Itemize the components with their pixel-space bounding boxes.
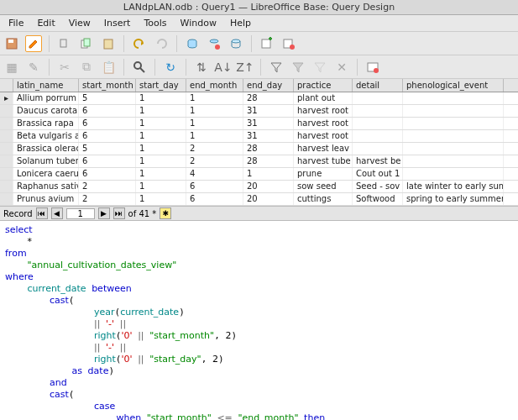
cell-start-day[interactable]: 1 (136, 118, 186, 129)
cell-practice[interactable]: cuttings (294, 193, 353, 205)
cell-start-day[interactable]: 1 (136, 143, 186, 155)
col-start-day[interactable]: start_day (136, 79, 186, 92)
edit-record-icon[interactable]: ✎ (25, 59, 42, 76)
row-header-corner[interactable] (0, 79, 13, 92)
table-row[interactable]: Solanum tuber61228harvest tubeharvest be (0, 155, 518, 168)
cell-practice[interactable]: harvest root (294, 105, 353, 117)
menu-window[interactable]: Window (174, 16, 223, 30)
cell-start-day[interactable]: 1 (136, 130, 186, 142)
cell-start-day[interactable]: 1 (136, 168, 186, 180)
cell-practice[interactable]: prune (294, 168, 353, 180)
table-row[interactable]: Lonicera caerul6141pruneCout out 1 (0, 168, 518, 181)
cell-end-month[interactable]: 1 (186, 105, 243, 117)
cell-end-day[interactable]: 28 (243, 155, 294, 167)
cell-start-month[interactable]: 6 (79, 155, 136, 167)
sql-editor[interactable]: select * from "annual_cultivation_dates_… (0, 221, 518, 420)
apply-filter-icon[interactable] (311, 59, 328, 76)
cell-start-day[interactable]: 1 (136, 181, 186, 192)
cell-latin[interactable]: Allium porrum (13, 92, 79, 104)
cell-end-month[interactable]: 4 (186, 168, 243, 180)
cell-start-day[interactable]: 1 (136, 105, 186, 117)
cell-end-month[interactable]: 1 (186, 92, 243, 104)
cell-practice[interactable]: harvest leav (294, 143, 353, 155)
undo-icon[interactable] (131, 35, 148, 52)
cell-start-month[interactable]: 6 (79, 168, 136, 180)
save-icon[interactable] (3, 35, 20, 52)
cell-end-day[interactable]: 28 (243, 92, 294, 104)
cell-start-month[interactable]: 6 (79, 130, 136, 142)
cell-practice[interactable]: sow seed (294, 181, 353, 192)
redo-icon[interactable] (153, 35, 170, 52)
cell-phenological[interactable] (403, 143, 504, 155)
cell-end-month[interactable]: 1 (186, 130, 243, 142)
nav-next-icon[interactable]: ▶ (98, 207, 110, 219)
col-end-month[interactable]: end_month (186, 79, 243, 92)
cell-practice[interactable]: harvest root (294, 130, 353, 142)
cell-end-day[interactable]: 31 (243, 130, 294, 142)
cell-practice[interactable]: plant out (294, 92, 353, 104)
cell-practice[interactable]: harvest tube (294, 155, 353, 167)
nav-first-icon[interactable]: ⏮ (36, 207, 48, 219)
cell-start-day[interactable]: 1 (136, 155, 186, 167)
col-end-day[interactable]: end_day (243, 79, 294, 92)
cell-end-month[interactable]: 2 (186, 143, 243, 155)
cell-phenological[interactable] (403, 118, 504, 129)
cell-latin[interactable]: Lonicera caerul (13, 168, 79, 180)
cell-start-month[interactable]: 5 (79, 92, 136, 104)
cut-icon[interactable] (56, 35, 73, 52)
cell-latin[interactable]: Beta vulgaris a (13, 130, 79, 142)
table-row[interactable]: Daucus carota61131harvest root (0, 105, 518, 118)
paste2-icon[interactable]: 📋 (100, 59, 117, 76)
menu-file[interactable]: File (2, 16, 30, 30)
copy2-icon[interactable]: ⧉ (78, 59, 95, 76)
sort-icon[interactable]: ⇅ (193, 59, 210, 76)
cell-phenological[interactable] (403, 92, 504, 104)
menu-view[interactable]: View (62, 16, 97, 30)
cell-latin[interactable]: Daucus carota (13, 105, 79, 117)
autofilter-icon[interactable] (290, 59, 306, 76)
filter-icon[interactable] (268, 59, 285, 76)
cell-start-day[interactable]: 1 (136, 193, 186, 205)
menu-edit[interactable]: Edit (30, 16, 61, 30)
cell-end-month[interactable]: 2 (186, 155, 243, 167)
cell-phenological[interactable] (403, 168, 504, 180)
nav-last-icon[interactable]: ⏭ (113, 207, 125, 219)
cell-start-month[interactable]: 2 (79, 181, 136, 192)
add-table-icon[interactable] (259, 35, 275, 52)
new-record-icon[interactable]: ▦ (3, 59, 20, 76)
cell-latin[interactable]: Raphanus sativ (13, 181, 79, 192)
cell-start-month[interactable]: 6 (79, 105, 136, 117)
cell-detail[interactable]: Softwood (353, 193, 403, 205)
table-row[interactable]: Brassica olerac51228harvest leav (0, 143, 518, 155)
cell-phenological[interactable] (403, 105, 504, 117)
table-row[interactable]: Brassica rapa61131harvest root (0, 118, 518, 130)
edit-mode-icon[interactable] (25, 35, 42, 52)
cell-detail[interactable] (353, 143, 403, 155)
cell-end-day[interactable]: 1 (243, 168, 294, 180)
cell-detail[interactable] (353, 118, 403, 129)
copy-icon[interactable] (78, 35, 95, 52)
menu-help[interactable]: Help (223, 16, 258, 30)
cell-end-day[interactable]: 20 (243, 181, 294, 192)
cell-end-month[interactable]: 1 (186, 118, 243, 129)
cell-latin[interactable]: Solanum tuber (13, 155, 79, 167)
cell-end-month[interactable]: 6 (186, 181, 243, 192)
col-detail[interactable]: detail (353, 79, 403, 92)
cell-latin[interactable]: Brassica rapa (13, 118, 79, 129)
sql-view-icon[interactable] (228, 35, 244, 52)
cell-phenological[interactable]: late winter to early sumr (403, 181, 504, 192)
close-preview-icon[interactable] (364, 59, 381, 76)
cell-phenological[interactable] (403, 155, 504, 167)
menu-insert[interactable]: Insert (97, 16, 138, 30)
cell-detail[interactable] (353, 130, 403, 142)
clear-query-icon[interactable] (206, 35, 222, 52)
cell-detail[interactable]: Cout out 1 (353, 168, 403, 180)
sort-desc-icon[interactable]: Z↑ (237, 59, 254, 76)
cell-end-day[interactable]: 20 (243, 193, 294, 205)
cell-latin[interactable]: Prunus avium (13, 193, 79, 205)
cell-practice[interactable]: harvest root (294, 118, 353, 129)
cell-end-day[interactable]: 31 (243, 118, 294, 129)
col-phenological[interactable]: phenological_event (403, 79, 504, 92)
cell-end-day[interactable]: 28 (243, 143, 294, 155)
cell-detail[interactable]: Seed - sov (353, 181, 403, 192)
